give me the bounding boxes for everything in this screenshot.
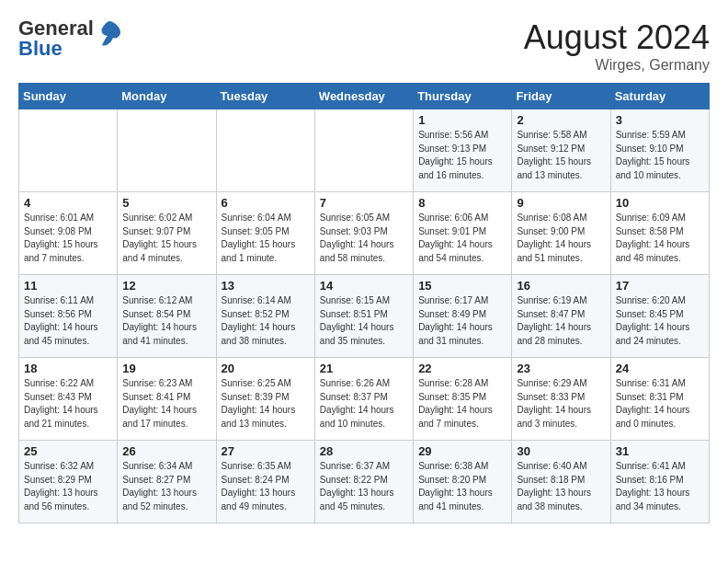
calendar-table: SundayMondayTuesdayWednesdayThursdayFrid… bbox=[18, 83, 710, 523]
week-row-4: 18Sunrise: 6:22 AM Sunset: 8:43 PM Dayli… bbox=[19, 358, 710, 441]
day-number: 2 bbox=[517, 113, 605, 127]
day-cell bbox=[314, 109, 413, 192]
header-cell-monday: Monday bbox=[118, 84, 216, 109]
day-cell: 31Sunrise: 6:41 AM Sunset: 8:16 PM Dayli… bbox=[610, 441, 709, 523]
day-info: Sunrise: 6:20 AM Sunset: 8:45 PM Dayligh… bbox=[616, 294, 704, 348]
calendar-header: SundayMondayTuesdayWednesdayThursdayFrid… bbox=[19, 84, 710, 109]
day-number: 9 bbox=[517, 196, 605, 210]
day-info: Sunrise: 6:28 AM Sunset: 8:35 PM Dayligh… bbox=[418, 377, 506, 431]
location-subtitle: Wirges, Germany bbox=[524, 57, 710, 74]
day-cell: 5Sunrise: 6:02 AM Sunset: 9:07 PM Daylig… bbox=[118, 192, 216, 275]
day-info: Sunrise: 6:31 AM Sunset: 8:31 PM Dayligh… bbox=[616, 377, 704, 431]
day-info: Sunrise: 6:04 AM Sunset: 9:05 PM Dayligh… bbox=[222, 212, 310, 265]
day-number: 12 bbox=[122, 279, 210, 293]
logo-text: General Blue bbox=[18, 18, 94, 59]
day-number: 7 bbox=[320, 196, 408, 210]
day-cell: 19Sunrise: 6:23 AM Sunset: 8:41 PM Dayli… bbox=[118, 358, 216, 441]
day-number: 8 bbox=[418, 196, 506, 210]
day-number: 29 bbox=[418, 444, 506, 458]
day-number: 24 bbox=[616, 362, 704, 375]
day-cell: 22Sunrise: 6:28 AM Sunset: 8:35 PM Dayli… bbox=[414, 358, 512, 441]
day-number: 6 bbox=[222, 196, 310, 210]
day-info: Sunrise: 6:32 AM Sunset: 8:29 PM Dayligh… bbox=[24, 460, 112, 513]
day-info: Sunrise: 6:22 AM Sunset: 8:43 PM Dayligh… bbox=[24, 377, 112, 431]
header-row: SundayMondayTuesdayWednesdayThursdayFrid… bbox=[19, 84, 710, 109]
day-cell: 16Sunrise: 6:19 AM Sunset: 8:47 PM Dayli… bbox=[512, 275, 610, 358]
day-number: 21 bbox=[320, 362, 408, 375]
week-row-3: 11Sunrise: 6:11 AM Sunset: 8:56 PM Dayli… bbox=[19, 275, 710, 358]
day-cell: 12Sunrise: 6:12 AM Sunset: 8:54 PM Dayli… bbox=[118, 275, 216, 358]
day-cell: 1Sunrise: 5:56 AM Sunset: 9:13 PM Daylig… bbox=[414, 109, 512, 192]
day-info: Sunrise: 6:19 AM Sunset: 8:47 PM Dayligh… bbox=[517, 294, 605, 348]
header-cell-wednesday: Wednesday bbox=[314, 84, 413, 109]
day-cell bbox=[216, 109, 314, 192]
day-info: Sunrise: 6:23 AM Sunset: 8:41 PM Dayligh… bbox=[122, 377, 210, 431]
day-cell: 6Sunrise: 6:04 AM Sunset: 9:05 PM Daylig… bbox=[216, 192, 314, 275]
day-cell: 26Sunrise: 6:34 AM Sunset: 8:27 PM Dayli… bbox=[118, 441, 216, 523]
day-info: Sunrise: 6:01 AM Sunset: 9:08 PM Dayligh… bbox=[24, 212, 112, 265]
day-cell: 14Sunrise: 6:15 AM Sunset: 8:51 PM Dayli… bbox=[314, 275, 413, 358]
day-number: 25 bbox=[24, 444, 112, 458]
day-cell: 25Sunrise: 6:32 AM Sunset: 8:29 PM Dayli… bbox=[19, 441, 118, 523]
header-cell-thursday: Thursday bbox=[414, 84, 512, 109]
day-cell: 4Sunrise: 6:01 AM Sunset: 9:08 PM Daylig… bbox=[19, 192, 118, 275]
day-info: Sunrise: 6:41 AM Sunset: 8:16 PM Dayligh… bbox=[616, 460, 704, 513]
day-info: Sunrise: 6:38 AM Sunset: 8:20 PM Dayligh… bbox=[418, 460, 506, 513]
day-info: Sunrise: 6:11 AM Sunset: 8:56 PM Dayligh… bbox=[24, 294, 112, 348]
day-info: Sunrise: 6:35 AM Sunset: 8:24 PM Dayligh… bbox=[222, 460, 310, 513]
day-cell: 9Sunrise: 6:08 AM Sunset: 9:00 PM Daylig… bbox=[512, 192, 610, 275]
day-number: 20 bbox=[222, 362, 310, 375]
day-number: 22 bbox=[418, 362, 506, 375]
day-cell: 3Sunrise: 5:59 AM Sunset: 9:10 PM Daylig… bbox=[610, 109, 709, 192]
header-cell-friday: Friday bbox=[512, 84, 610, 109]
day-number: 28 bbox=[320, 444, 408, 458]
day-number: 26 bbox=[122, 444, 210, 458]
day-cell: 7Sunrise: 6:05 AM Sunset: 9:03 PM Daylig… bbox=[314, 192, 413, 275]
header-cell-tuesday: Tuesday bbox=[216, 84, 314, 109]
day-info: Sunrise: 6:17 AM Sunset: 8:49 PM Dayligh… bbox=[418, 294, 506, 348]
logo-bird-icon bbox=[97, 19, 122, 49]
day-info: Sunrise: 6:12 AM Sunset: 8:54 PM Dayligh… bbox=[122, 294, 210, 348]
day-cell: 28Sunrise: 6:37 AM Sunset: 8:22 PM Dayli… bbox=[314, 441, 413, 523]
day-info: Sunrise: 6:14 AM Sunset: 8:52 PM Dayligh… bbox=[222, 294, 310, 348]
week-row-5: 25Sunrise: 6:32 AM Sunset: 8:29 PM Dayli… bbox=[19, 441, 710, 523]
day-number: 4 bbox=[24, 196, 112, 210]
title-block: August 2024 Wirges, Germany bbox=[524, 18, 710, 74]
day-number: 23 bbox=[517, 362, 605, 375]
day-number: 17 bbox=[616, 279, 704, 293]
day-cell: 30Sunrise: 6:40 AM Sunset: 8:18 PM Dayli… bbox=[512, 441, 610, 523]
day-info: Sunrise: 6:29 AM Sunset: 8:33 PM Dayligh… bbox=[517, 377, 605, 431]
day-number: 15 bbox=[418, 279, 506, 293]
day-cell: 21Sunrise: 6:26 AM Sunset: 8:37 PM Dayli… bbox=[314, 358, 413, 441]
day-info: Sunrise: 6:37 AM Sunset: 8:22 PM Dayligh… bbox=[320, 460, 408, 513]
day-info: Sunrise: 5:58 AM Sunset: 9:12 PM Dayligh… bbox=[517, 129, 605, 182]
day-cell bbox=[19, 109, 118, 192]
day-number: 14 bbox=[320, 279, 408, 293]
day-number: 5 bbox=[122, 196, 210, 210]
day-info: Sunrise: 6:09 AM Sunset: 8:58 PM Dayligh… bbox=[616, 212, 704, 265]
day-info: Sunrise: 5:56 AM Sunset: 9:13 PM Dayligh… bbox=[418, 129, 506, 182]
day-cell: 13Sunrise: 6:14 AM Sunset: 8:52 PM Dayli… bbox=[216, 275, 314, 358]
day-cell: 23Sunrise: 6:29 AM Sunset: 8:33 PM Dayli… bbox=[512, 358, 610, 441]
day-info: Sunrise: 6:25 AM Sunset: 8:39 PM Dayligh… bbox=[222, 377, 310, 431]
day-cell: 10Sunrise: 6:09 AM Sunset: 8:58 PM Dayli… bbox=[610, 192, 709, 275]
day-info: Sunrise: 6:15 AM Sunset: 8:51 PM Dayligh… bbox=[320, 294, 408, 348]
calendar-body: 1Sunrise: 5:56 AM Sunset: 9:13 PM Daylig… bbox=[19, 109, 710, 523]
header-cell-sunday: Sunday bbox=[19, 84, 118, 109]
day-cell: 27Sunrise: 6:35 AM Sunset: 8:24 PM Dayli… bbox=[216, 441, 314, 523]
day-number: 18 bbox=[24, 362, 112, 375]
day-info: Sunrise: 6:08 AM Sunset: 9:00 PM Dayligh… bbox=[517, 212, 605, 265]
month-year-title: August 2024 bbox=[524, 18, 710, 57]
header-cell-saturday: Saturday bbox=[610, 84, 709, 109]
page-header: General Blue August 2024 Wirges, Germany bbox=[18, 18, 710, 74]
day-info: Sunrise: 5:59 AM Sunset: 9:10 PM Dayligh… bbox=[616, 129, 704, 182]
day-info: Sunrise: 6:26 AM Sunset: 8:37 PM Dayligh… bbox=[320, 377, 408, 431]
day-cell bbox=[118, 109, 216, 192]
day-cell: 2Sunrise: 5:58 AM Sunset: 9:12 PM Daylig… bbox=[512, 109, 610, 192]
day-number: 3 bbox=[616, 113, 704, 127]
day-number: 30 bbox=[517, 444, 605, 458]
day-number: 10 bbox=[616, 196, 704, 210]
day-cell: 24Sunrise: 6:31 AM Sunset: 8:31 PM Dayli… bbox=[610, 358, 709, 441]
day-info: Sunrise: 6:02 AM Sunset: 9:07 PM Dayligh… bbox=[122, 212, 210, 265]
day-number: 11 bbox=[24, 279, 112, 293]
